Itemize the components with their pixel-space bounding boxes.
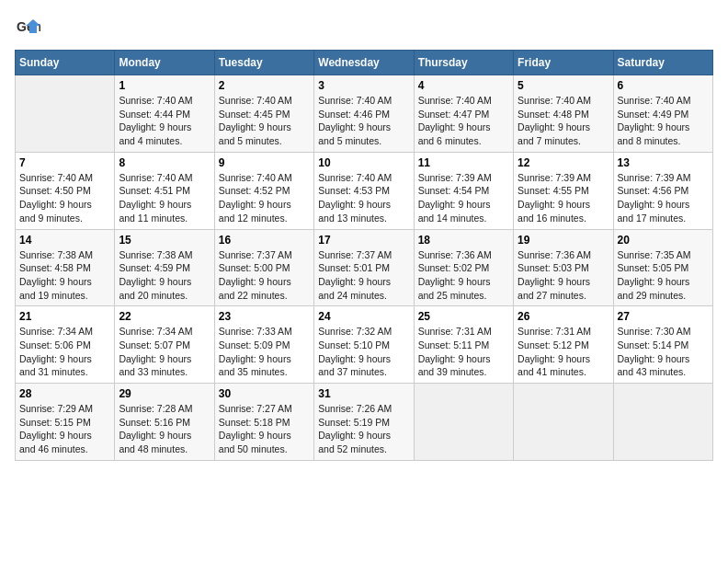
svg-text:Gen: Gen [17,19,40,34]
day-cell: 1Sunrise: 7:40 AM Sunset: 4:44 PM Daylig… [115,75,214,153]
day-cell: 6Sunrise: 7:40 AM Sunset: 4:49 PM Daylig… [613,75,712,153]
day-cell [514,384,613,461]
day-info: Sunrise: 7:40 AM Sunset: 4:50 PM Dayligh… [19,171,110,225]
day-info: Sunrise: 7:40 AM Sunset: 4:49 PM Dayligh… [618,94,709,148]
day-info: Sunrise: 7:39 AM Sunset: 4:55 PM Dayligh… [518,171,609,225]
day-cell: 30Sunrise: 7:27 AM Sunset: 5:18 PM Dayli… [214,384,313,461]
day-cell: 22Sunrise: 7:34 AM Sunset: 5:07 PM Dayli… [115,306,214,384]
day-number: 25 [418,310,509,323]
day-info: Sunrise: 7:33 AM Sunset: 5:09 PM Dayligh… [219,325,310,379]
day-info: Sunrise: 7:36 AM Sunset: 5:02 PM Dayligh… [418,248,509,303]
day-info: Sunrise: 7:34 AM Sunset: 5:07 PM Dayligh… [119,325,210,379]
day-number: 15 [119,234,210,247]
day-number: 1 [119,79,210,92]
day-number: 8 [119,156,210,169]
day-number: 26 [518,310,609,323]
day-cell: 28Sunrise: 7:29 AM Sunset: 5:15 PM Dayli… [16,384,115,461]
day-info: Sunrise: 7:37 AM Sunset: 5:01 PM Dayligh… [318,248,409,303]
header-monday: Monday [115,51,214,75]
header-tuesday: Tuesday [214,51,313,75]
day-number: 2 [219,79,310,92]
day-cell: 18Sunrise: 7:36 AM Sunset: 5:02 PM Dayli… [414,229,513,306]
header-wednesday: Wednesday [314,51,414,75]
header-thursday: Thursday [414,51,513,75]
day-number: 24 [318,310,409,323]
day-number: 23 [219,310,310,323]
day-info: Sunrise: 7:40 AM Sunset: 4:46 PM Dayligh… [318,94,409,148]
week-row-1: 1Sunrise: 7:40 AM Sunset: 4:44 PM Daylig… [16,75,713,153]
day-cell: 8Sunrise: 7:40 AM Sunset: 4:51 PM Daylig… [115,152,214,229]
day-cell: 14Sunrise: 7:38 AM Sunset: 4:58 PM Dayli… [16,229,115,306]
day-cell: 24Sunrise: 7:32 AM Sunset: 5:10 PM Dayli… [314,306,414,384]
day-cell: 17Sunrise: 7:37 AM Sunset: 5:01 PM Dayli… [314,229,414,306]
week-row-5: 28Sunrise: 7:29 AM Sunset: 5:15 PM Dayli… [16,384,713,461]
day-number: 29 [119,387,210,400]
day-cell: 21Sunrise: 7:34 AM Sunset: 5:06 PM Dayli… [16,306,115,384]
day-number: 31 [318,387,409,400]
day-number: 6 [618,79,709,92]
day-cell: 2Sunrise: 7:40 AM Sunset: 4:45 PM Daylig… [214,75,313,153]
day-info: Sunrise: 7:40 AM Sunset: 4:51 PM Dayligh… [119,171,210,225]
day-info: Sunrise: 7:31 AM Sunset: 5:11 PM Dayligh… [418,325,509,379]
day-number: 28 [19,387,110,400]
day-info: Sunrise: 7:37 AM Sunset: 5:00 PM Dayligh… [219,248,310,303]
day-info: Sunrise: 7:28 AM Sunset: 5:16 PM Dayligh… [119,402,210,456]
day-info: Sunrise: 7:35 AM Sunset: 5:05 PM Dayligh… [618,248,709,303]
day-number: 16 [219,234,310,247]
day-info: Sunrise: 7:36 AM Sunset: 5:03 PM Dayligh… [518,248,609,303]
day-cell: 15Sunrise: 7:38 AM Sunset: 4:59 PM Dayli… [115,229,214,306]
day-cell: 13Sunrise: 7:39 AM Sunset: 4:56 PM Dayli… [613,152,712,229]
day-info: Sunrise: 7:40 AM Sunset: 4:53 PM Dayligh… [318,171,409,225]
page-header: Gen [15,15,713,40]
day-cell: 4Sunrise: 7:40 AM Sunset: 4:47 PM Daylig… [414,75,513,153]
day-number: 5 [518,79,609,92]
week-row-3: 14Sunrise: 7:38 AM Sunset: 4:58 PM Dayli… [16,229,713,306]
day-info: Sunrise: 7:38 AM Sunset: 4:58 PM Dayligh… [19,248,110,303]
header-saturday: Saturday [613,51,712,75]
day-cell [414,384,513,461]
day-info: Sunrise: 7:27 AM Sunset: 5:18 PM Dayligh… [219,402,310,456]
header-sunday: Sunday [16,51,115,75]
day-info: Sunrise: 7:39 AM Sunset: 4:54 PM Dayligh… [418,171,509,225]
day-cell: 29Sunrise: 7:28 AM Sunset: 5:16 PM Dayli… [115,384,214,461]
day-cell: 16Sunrise: 7:37 AM Sunset: 5:00 PM Dayli… [214,229,313,306]
day-info: Sunrise: 7:34 AM Sunset: 5:06 PM Dayligh… [19,325,110,379]
day-number: 17 [318,234,409,247]
day-cell: 11Sunrise: 7:39 AM Sunset: 4:54 PM Dayli… [414,152,513,229]
day-info: Sunrise: 7:30 AM Sunset: 5:14 PM Dayligh… [618,325,709,379]
day-cell [613,384,712,461]
day-number: 12 [518,156,609,169]
day-number: 10 [318,156,409,169]
day-cell: 12Sunrise: 7:39 AM Sunset: 4:55 PM Dayli… [514,152,613,229]
day-info: Sunrise: 7:40 AM Sunset: 4:48 PM Dayligh… [518,94,609,148]
day-cell: 23Sunrise: 7:33 AM Sunset: 5:09 PM Dayli… [214,306,313,384]
day-info: Sunrise: 7:29 AM Sunset: 5:15 PM Dayligh… [19,402,110,456]
day-cell: 19Sunrise: 7:36 AM Sunset: 5:03 PM Dayli… [514,229,613,306]
day-number: 20 [618,234,709,247]
day-cell: 5Sunrise: 7:40 AM Sunset: 4:48 PM Daylig… [514,75,613,153]
day-cell: 9Sunrise: 7:40 AM Sunset: 4:52 PM Daylig… [214,152,313,229]
day-number: 11 [418,156,509,169]
day-cell: 20Sunrise: 7:35 AM Sunset: 5:05 PM Dayli… [613,229,712,306]
day-info: Sunrise: 7:26 AM Sunset: 5:19 PM Dayligh… [318,402,409,456]
day-number: 19 [518,234,609,247]
day-number: 30 [219,387,310,400]
day-info: Sunrise: 7:40 AM Sunset: 4:52 PM Dayligh… [219,171,310,225]
day-cell: 26Sunrise: 7:31 AM Sunset: 5:12 PM Dayli… [514,306,613,384]
week-row-2: 7Sunrise: 7:40 AM Sunset: 4:50 PM Daylig… [16,152,713,229]
calendar-table: SundayMondayTuesdayWednesdayThursdayFrid… [15,50,713,461]
day-info: Sunrise: 7:40 AM Sunset: 4:45 PM Dayligh… [219,94,310,148]
logo-icon: Gen [15,15,40,40]
day-info: Sunrise: 7:40 AM Sunset: 4:44 PM Dayligh… [119,94,210,148]
day-number: 18 [418,234,509,247]
day-cell: 7Sunrise: 7:40 AM Sunset: 4:50 PM Daylig… [16,152,115,229]
day-number: 4 [418,79,509,92]
day-cell: 10Sunrise: 7:40 AM Sunset: 4:53 PM Dayli… [314,152,414,229]
day-number: 21 [19,310,110,323]
day-cell: 25Sunrise: 7:31 AM Sunset: 5:11 PM Dayli… [414,306,513,384]
day-info: Sunrise: 7:38 AM Sunset: 4:59 PM Dayligh… [119,248,210,303]
day-number: 22 [119,310,210,323]
day-number: 3 [318,79,409,92]
header-row: SundayMondayTuesdayWednesdayThursdayFrid… [16,51,713,75]
day-cell: 27Sunrise: 7:30 AM Sunset: 5:14 PM Dayli… [613,306,712,384]
